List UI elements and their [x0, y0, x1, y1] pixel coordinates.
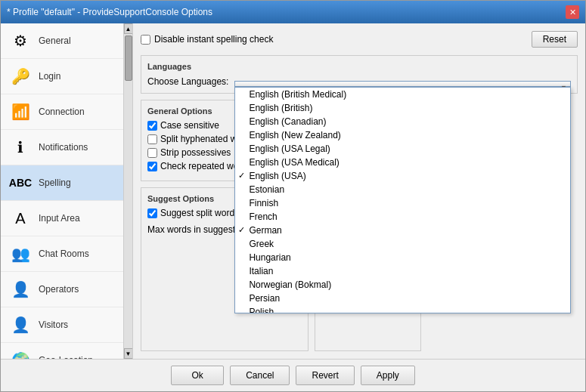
- sidebar-label-visitors: Visitors: [39, 319, 68, 330]
- languages-section: Languages Choose Languages: English (Bri…: [141, 55, 578, 94]
- revert-button[interactable]: Revert: [296, 366, 354, 385]
- sidebar-label-chat-rooms: Chat Rooms: [39, 248, 89, 259]
- lang-item-italian[interactable]: Italian: [235, 264, 570, 278]
- checkbox-check-repeated-words[interactable]: [147, 162, 157, 171]
- checkbox-strip-possessives[interactable]: [147, 148, 157, 158]
- lang-item-english-(british)[interactable]: English (British): [235, 101, 570, 115]
- disable-spelling-check[interactable]: Disable instant spelling check: [141, 34, 273, 45]
- login-icon: 🔑: [8, 64, 33, 88]
- ok-button[interactable]: Ok: [171, 366, 224, 385]
- window-title: * Profile "default" - ProvideSupportCons…: [7, 7, 212, 17]
- lang-item-german[interactable]: German: [235, 224, 570, 237]
- scroll-up-arrow[interactable]: ▲: [124, 23, 133, 34]
- lang-item-english-(canadian)[interactable]: English (Canadian): [235, 115, 570, 128]
- cancel-button[interactable]: Cancel: [230, 366, 290, 385]
- choose-lang-row: Choose Languages: English (British Medic…: [147, 76, 571, 87]
- lang-item-persian[interactable]: Persian: [235, 292, 570, 305]
- main-window: * Profile "default" - ProvideSupportCons…: [0, 0, 586, 392]
- sidebar-item-geo-location[interactable]: 🌍Geo-Location: [1, 343, 123, 359]
- lang-item-norwegian-(bokmal)[interactable]: Norwegian (Bokmal): [235, 278, 570, 292]
- lang-item-english-(usa-medical)[interactable]: English (USA Medical): [235, 156, 570, 169]
- checkbox-case-sensitive[interactable]: [147, 121, 157, 131]
- title-bar: * Profile "default" - ProvideSupportCons…: [1, 1, 585, 23]
- main-content: ⚙General🔑Login📶ConnectionℹNotificationsA…: [1, 23, 585, 359]
- sidebar-item-connection[interactable]: 📶Connection: [1, 94, 123, 130]
- sidebar-scroll: ⚙General🔑Login📶ConnectionℹNotificationsA…: [1, 23, 123, 359]
- choose-lang-label: Choose Languages:: [147, 76, 228, 87]
- sidebar-label-connection: Connection: [39, 106, 85, 117]
- reset-button[interactable]: Reset: [532, 31, 578, 48]
- lang-item-english-(usa-legal)[interactable]: English (USA Legal): [235, 142, 570, 156]
- footer: Ok Cancel Revert Apply: [1, 359, 585, 391]
- sidebar-item-chat-rooms[interactable]: 👥Chat Rooms: [1, 236, 123, 272]
- sidebar-label-general: General: [39, 35, 71, 46]
- visitors-icon: 👤: [8, 313, 33, 337]
- sidebar-label-notifications: Notifications: [39, 142, 88, 153]
- scroll-thumb[interactable]: [125, 35, 132, 81]
- lang-item-estonian[interactable]: Estonian: [235, 183, 570, 196]
- scroll-down-arrow[interactable]: ▼: [124, 348, 133, 359]
- sidebar-label-spelling: Spelling: [39, 177, 71, 188]
- input-area-icon: A: [8, 206, 33, 230]
- sidebar-item-login[interactable]: 🔑Login: [1, 59, 123, 94]
- lang-item-hungarian[interactable]: Hungarian: [235, 251, 570, 264]
- close-button[interactable]: ✕: [566, 5, 579, 19]
- lang-item-english-(british-medical)[interactable]: English (British Medical): [235, 88, 570, 101]
- sidebar-item-operators[interactable]: 👤Operators: [1, 272, 123, 307]
- checkbox-split-hyphenated-words[interactable]: [147, 134, 157, 144]
- languages-title: Languages: [147, 62, 571, 71]
- general-icon: ⚙: [8, 29, 33, 53]
- sidebar: ⚙General🔑Login📶ConnectionℹNotificationsA…: [1, 23, 133, 359]
- spelling-icon: ABC: [8, 171, 33, 195]
- chat-rooms-icon: 👥: [8, 242, 33, 266]
- sidebar-item-input-area[interactable]: AInput Area: [1, 201, 123, 236]
- sidebar-label-input-area: Input Area: [39, 213, 80, 224]
- sidebar-scrollbar: ▲ ▼: [123, 23, 132, 359]
- lang-item-greek[interactable]: Greek: [235, 237, 570, 251]
- geo-location-icon: 🌍: [8, 348, 33, 359]
- operators-icon: 👤: [8, 277, 33, 301]
- language-dropdown[interactable]: [234, 81, 571, 87]
- lang-item-french[interactable]: French: [235, 210, 570, 224]
- language-dropdown-container: English (British Medical)English (Britis…: [234, 76, 571, 87]
- top-bar: Disable instant spelling check Reset: [141, 31, 578, 48]
- lang-item-english-(usa)[interactable]: English (USA): [235, 169, 570, 183]
- lang-item-polish[interactable]: Polish: [235, 305, 570, 313]
- right-panel: Disable instant spelling check Reset Lan…: [133, 23, 585, 359]
- sidebar-item-notifications[interactable]: ℹNotifications: [1, 130, 123, 165]
- apply-button[interactable]: Apply: [361, 366, 415, 385]
- sidebar-label-operators: Operators: [39, 284, 79, 295]
- language-list: English (British Medical)English (Britis…: [234, 87, 571, 313]
- notifications-icon: ℹ: [8, 135, 33, 159]
- sidebar-item-spelling[interactable]: ABCSpelling: [1, 165, 123, 201]
- lang-item-finnish[interactable]: Finnish: [235, 196, 570, 210]
- lang-item-english-(new-zealand)[interactable]: English (New Zealand): [235, 128, 570, 142]
- connection-icon: 📶: [8, 100, 33, 124]
- sidebar-item-general[interactable]: ⚙General: [1, 23, 123, 59]
- disable-spelling-label: Disable instant spelling check: [154, 34, 273, 45]
- sidebar-item-visitors[interactable]: 👤Visitors: [1, 307, 123, 343]
- disable-spelling-checkbox[interactable]: [141, 35, 150, 45]
- sidebar-label-login: Login: [39, 71, 60, 82]
